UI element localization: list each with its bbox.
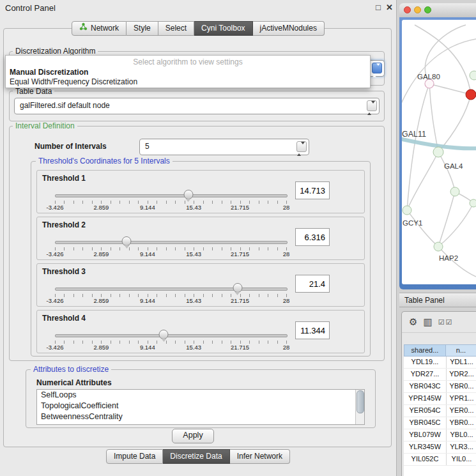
gene-node[interactable] [433, 147, 443, 157]
tab-infer-network[interactable]: Infer Network [230, 449, 290, 464]
slider-thumb[interactable] [233, 283, 242, 293]
threshold-label: Threshold 2 [42, 220, 86, 229]
table-cell[interactable]: YLR3... [447, 441, 476, 453]
slider-track[interactable] [55, 288, 288, 291]
tab-discretize-data[interactable]: Discretize Data [163, 449, 229, 464]
tab-select[interactable]: Select [158, 21, 194, 36]
attribute-item[interactable]: SelfLoops [37, 390, 364, 401]
float-window-icon[interactable]: □ [376, 3, 381, 12]
dropdown-option-manual[interactable]: Manual Discretization [10, 68, 88, 77]
slider-scale: -3.4262.8599.14415.4321.71528 [55, 204, 286, 211]
scrollbar[interactable] [355, 390, 364, 424]
table-cell[interactable]: YIL0... [447, 454, 476, 465]
tab-cyni-toolbox[interactable]: Cyni Toolbox [194, 21, 252, 36]
dropdown-option-equal-width[interactable]: Equal Width/Frequency Discretization [10, 77, 137, 86]
slider-thumb[interactable] [183, 190, 193, 199]
attributes-list[interactable]: SelfLoopsTopologicalCoefficientBetweenne… [36, 389, 365, 425]
table-row[interactable]: YBR045CYBR0... [404, 417, 476, 429]
apply-button[interactable]: Apply [172, 429, 214, 443]
gear-icon[interactable]: ⚙ [409, 316, 417, 328]
table-cell[interactable]: YDR27... [404, 369, 447, 380]
bottom-tabbar: Impute Data Discretize Data Infer Networ… [0, 449, 396, 464]
tab-label: Network [91, 22, 119, 35]
table-row[interactable]: YPR145WYPR1... [404, 393, 476, 405]
column-header-shared-name[interactable]: shared... [404, 344, 446, 357]
tab-label: Cyni Toolbox [201, 22, 245, 35]
scrollbar-thumb[interactable] [357, 390, 364, 413]
table-row[interactable]: YDR27...YDR2... [404, 369, 476, 381]
threshold-value-field[interactable] [295, 275, 330, 293]
table-cell[interactable]: YER0... [447, 405, 476, 417]
slider-thumb[interactable] [122, 236, 132, 246]
table-cell[interactable]: YBR0... [447, 381, 476, 392]
column-header-name[interactable]: n... [446, 344, 476, 357]
table-cell[interactable]: YDL19... [404, 357, 447, 368]
threshold-panel: Threshold 3 -3.4262.8599.14415.4321.7152… [36, 263, 365, 307]
thresholds-group: Threshold 1 -3.4262.8599.14415.4321.7152… [31, 161, 371, 357]
table-cell[interactable]: YIL052C [404, 454, 447, 465]
zoom-traffic-light[interactable] [424, 6, 431, 13]
scale-label: 2.859 [94, 204, 109, 211]
node-label: HAP2 [439, 254, 458, 262]
table-body: YDL19...YDL1...YDR27...YDR2...YBR043CYBR… [404, 357, 476, 476]
tab-style[interactable]: Style [127, 21, 158, 36]
slider-track[interactable] [55, 194, 288, 197]
slider-track[interactable] [55, 241, 288, 244]
table-cell[interactable]: YPR1... [447, 393, 476, 404]
network-window-titlebar [399, 3, 476, 18]
gene-node[interactable] [450, 187, 459, 196]
minimize-traffic-light[interactable] [414, 6, 421, 13]
gene-node[interactable] [403, 206, 411, 215]
table-header-row: shared... n... [404, 344, 476, 357]
table-cell[interactable]: YLR345W [404, 441, 447, 453]
table-row[interactable]: YLR345WYLR3... [404, 441, 476, 454]
table-data-selected: galFiltered.sif default node [20, 98, 110, 112]
slider-scale: -3.4262.8599.14415.4321.71528 [55, 344, 286, 351]
table-cell[interactable]: YER054C [404, 405, 447, 417]
table-cell[interactable]: YBL0... [447, 429, 476, 441]
table-row[interactable]: YIL052CYIL0... [404, 454, 476, 466]
table-data-combobox[interactable]: galFiltered.sif default node [14, 98, 380, 114]
tab-jactivemnodules[interactable]: jActiveMNodules [253, 21, 325, 36]
table-row[interactable]: YDL19...YDL1... [404, 357, 476, 369]
scale-label: -3.426 [47, 344, 64, 351]
gene-node[interactable] [470, 199, 476, 207]
close-traffic-light[interactable] [404, 6, 411, 13]
threshold-value-field[interactable] [295, 228, 330, 246]
table-cell[interactable]: YBR045C [404, 417, 447, 429]
slider-thumb[interactable] [159, 330, 169, 339]
threshold-value-field[interactable] [295, 321, 330, 339]
combobox-stepper-icon[interactable] [372, 63, 382, 73]
network-view-window[interactable]: GAL80 GAL11 GAL4 GCY1 HAP2 [399, 3, 476, 289]
network-canvas[interactable]: GAL80 GAL11 GAL4 GCY1 HAP2 [402, 20, 476, 284]
num-intervals-combobox[interactable]: 5 [139, 139, 309, 155]
table-cell[interactable]: YDL1... [447, 357, 476, 368]
threshold-value-field[interactable] [295, 181, 330, 199]
table-cell[interactable]: YBL079W [404, 429, 447, 441]
columns-icon[interactable]: ▥ [423, 316, 432, 328]
attribute-item[interactable]: TopologicalCoefficient [37, 401, 364, 411]
table-cell[interactable]: YPR145W [404, 393, 447, 404]
table-cell[interactable]: YBR043C [404, 381, 447, 392]
table-row[interactable]: YBR043CYBR0... [404, 381, 476, 393]
network-window-frame: GAL80 GAL11 GAL4 GCY1 HAP2 [399, 17, 476, 289]
scale-label: 2.859 [94, 297, 109, 304]
gene-node[interactable] [470, 71, 476, 80]
select-none-icon[interactable]: ☑ [446, 318, 452, 326]
table-cell[interactable]: YBR0... [447, 417, 476, 429]
tab-impute-data[interactable]: Impute Data [106, 449, 163, 464]
combobox-stepper-icon[interactable] [367, 100, 377, 111]
table-row[interactable]: YER054CYER0... [404, 405, 476, 417]
attribute-item[interactable]: BetweennessCentrality [37, 411, 364, 422]
combobox-stepper-icon[interactable] [296, 141, 307, 152]
gene-node-selected[interactable] [466, 89, 476, 100]
close-icon[interactable]: ✕ [386, 3, 393, 12]
gene-node[interactable] [434, 242, 443, 251]
node-label: GAL80 [417, 73, 440, 81]
tab-network[interactable]: Network [72, 21, 127, 36]
table-cell[interactable]: YDR2... [447, 369, 476, 380]
slider-track[interactable] [55, 334, 288, 337]
select-all-icon[interactable]: ☑ [438, 318, 445, 326]
table-row[interactable]: YBL079WYBL0... [404, 429, 476, 441]
gene-node-highlighted[interactable] [425, 79, 434, 88]
